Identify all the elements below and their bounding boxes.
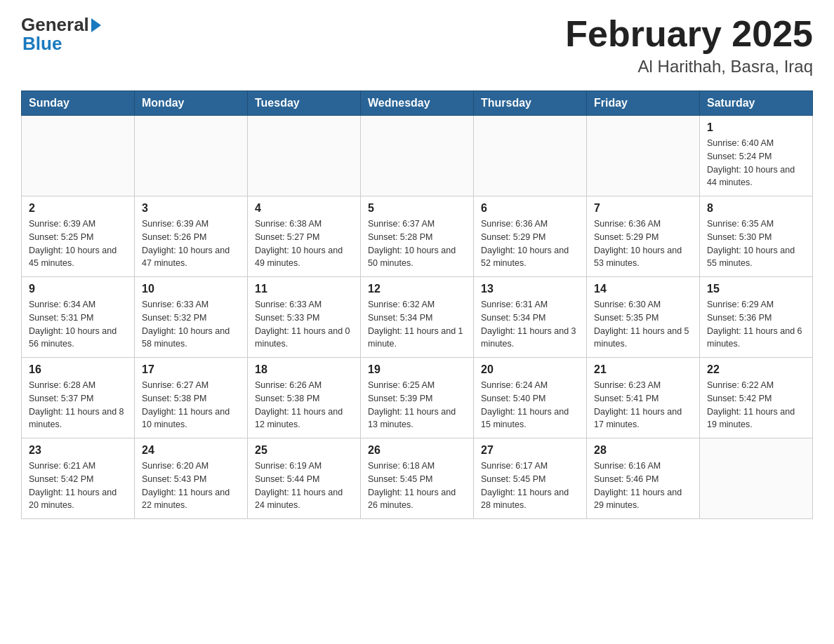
calendar-day-cell: 28Sunrise: 6:16 AMSunset: 5:46 PMDayligh… (587, 438, 700, 519)
calendar-day-cell: 12Sunrise: 6:32 AMSunset: 5:34 PMDayligh… (361, 277, 474, 358)
day-number: 10 (142, 283, 240, 295)
day-number: 7 (594, 202, 692, 215)
title-section: February 2025 Al Harithah, Basra, Iraq (565, 14, 813, 76)
day-number: 14 (594, 283, 692, 295)
month-title: February 2025 (565, 14, 813, 54)
day-info: Sunrise: 6:27 AMSunset: 5:38 PMDaylight:… (142, 379, 240, 431)
calendar-day-cell: 25Sunrise: 6:19 AMSunset: 5:44 PMDayligh… (248, 438, 361, 519)
calendar-day-cell (700, 438, 813, 519)
day-number: 27 (481, 444, 579, 457)
day-number: 17 (142, 363, 240, 376)
calendar-day-cell: 18Sunrise: 6:26 AMSunset: 5:38 PMDayligh… (248, 358, 361, 438)
calendar-day-header: Thursday (474, 91, 587, 116)
calendar-week-row: 23Sunrise: 6:21 AMSunset: 5:42 PMDayligh… (22, 438, 813, 519)
day-number: 23 (29, 444, 127, 457)
calendar-day-cell (474, 116, 587, 196)
calendar-day-cell: 11Sunrise: 6:33 AMSunset: 5:33 PMDayligh… (248, 277, 361, 358)
day-info: Sunrise: 6:29 AMSunset: 5:36 PMDaylight:… (707, 298, 805, 351)
logo-arrow-icon (91, 18, 101, 32)
calendar-day-cell: 19Sunrise: 6:25 AMSunset: 5:39 PMDayligh… (361, 358, 474, 438)
day-number: 26 (368, 444, 466, 457)
calendar-day-cell: 6Sunrise: 6:36 AMSunset: 5:29 PMDaylight… (474, 196, 587, 277)
day-number: 9 (29, 283, 127, 295)
day-number: 22 (707, 363, 805, 376)
day-info: Sunrise: 6:39 AMSunset: 5:25 PMDaylight:… (29, 217, 127, 270)
calendar-day-cell (248, 116, 361, 196)
day-info: Sunrise: 6:30 AMSunset: 5:35 PMDaylight:… (594, 298, 692, 351)
calendar-day-cell: 10Sunrise: 6:33 AMSunset: 5:32 PMDayligh… (135, 277, 248, 358)
day-info: Sunrise: 6:34 AMSunset: 5:31 PMDaylight:… (29, 298, 127, 351)
day-info: Sunrise: 6:38 AMSunset: 5:27 PMDaylight:… (255, 217, 353, 270)
day-info: Sunrise: 6:31 AMSunset: 5:34 PMDaylight:… (481, 298, 579, 351)
day-number: 13 (481, 283, 579, 295)
day-number: 5 (368, 202, 466, 215)
day-number: 25 (255, 444, 353, 457)
day-info: Sunrise: 6:36 AMSunset: 5:29 PMDaylight:… (481, 217, 579, 270)
calendar-day-cell: 15Sunrise: 6:29 AMSunset: 5:36 PMDayligh… (700, 277, 813, 358)
calendar-day-cell: 9Sunrise: 6:34 AMSunset: 5:31 PMDaylight… (22, 277, 135, 358)
day-info: Sunrise: 6:33 AMSunset: 5:32 PMDaylight:… (142, 298, 240, 351)
calendar-day-cell (22, 116, 135, 196)
calendar-day-cell: 16Sunrise: 6:28 AMSunset: 5:37 PMDayligh… (22, 358, 135, 438)
calendar-week-row: 1Sunrise: 6:40 AMSunset: 5:24 PMDaylight… (22, 116, 813, 196)
page-header: General Blue February 2025 Al Harithah, … (21, 14, 813, 76)
day-number: 15 (707, 283, 805, 295)
calendar-day-cell: 24Sunrise: 6:20 AMSunset: 5:43 PMDayligh… (135, 438, 248, 519)
calendar-day-cell: 13Sunrise: 6:31 AMSunset: 5:34 PMDayligh… (474, 277, 587, 358)
calendar-day-cell (361, 116, 474, 196)
calendar-header-row: SundayMondayTuesdayWednesdayThursdayFrid… (22, 91, 813, 116)
calendar-day-cell (587, 116, 700, 196)
day-number: 16 (29, 363, 127, 376)
day-info: Sunrise: 6:33 AMSunset: 5:33 PMDaylight:… (255, 298, 353, 351)
calendar-day-cell: 21Sunrise: 6:23 AMSunset: 5:41 PMDayligh… (587, 358, 700, 438)
day-info: Sunrise: 6:17 AMSunset: 5:45 PMDaylight:… (481, 459, 579, 512)
day-info: Sunrise: 6:19 AMSunset: 5:44 PMDaylight:… (255, 459, 353, 512)
calendar-day-cell: 22Sunrise: 6:22 AMSunset: 5:42 PMDayligh… (700, 358, 813, 438)
day-number: 24 (142, 444, 240, 457)
day-info: Sunrise: 6:35 AMSunset: 5:30 PMDaylight:… (707, 217, 805, 270)
day-info: Sunrise: 6:37 AMSunset: 5:28 PMDaylight:… (368, 217, 466, 270)
logo: General Blue (21, 14, 103, 55)
calendar-day-header: Wednesday (361, 91, 474, 116)
calendar-week-row: 9Sunrise: 6:34 AMSunset: 5:31 PMDaylight… (22, 277, 813, 358)
day-info: Sunrise: 6:16 AMSunset: 5:46 PMDaylight:… (594, 459, 692, 512)
day-number: 12 (368, 283, 466, 295)
logo-blue-text: Blue (22, 33, 62, 54)
calendar-day-header: Sunday (22, 91, 135, 116)
calendar-day-cell: 8Sunrise: 6:35 AMSunset: 5:30 PMDaylight… (700, 196, 813, 277)
day-number: 8 (707, 202, 805, 215)
day-number: 1 (707, 121, 805, 134)
calendar-day-cell: 7Sunrise: 6:36 AMSunset: 5:29 PMDaylight… (587, 196, 700, 277)
day-info: Sunrise: 6:36 AMSunset: 5:29 PMDaylight:… (594, 217, 692, 270)
day-info: Sunrise: 6:18 AMSunset: 5:45 PMDaylight:… (368, 459, 466, 512)
calendar-day-cell: 17Sunrise: 6:27 AMSunset: 5:38 PMDayligh… (135, 358, 248, 438)
day-info: Sunrise: 6:20 AMSunset: 5:43 PMDaylight:… (142, 459, 240, 512)
day-info: Sunrise: 6:21 AMSunset: 5:42 PMDaylight:… (29, 459, 127, 512)
day-number: 2 (29, 202, 127, 215)
calendar-week-row: 16Sunrise: 6:28 AMSunset: 5:37 PMDayligh… (22, 358, 813, 438)
calendar-day-cell: 2Sunrise: 6:39 AMSunset: 5:25 PMDaylight… (22, 196, 135, 277)
day-number: 11 (255, 283, 353, 295)
calendar-day-header: Friday (587, 91, 700, 116)
calendar-table: SundayMondayTuesdayWednesdayThursdayFrid… (21, 90, 813, 519)
day-number: 19 (368, 363, 466, 376)
calendar-day-cell: 14Sunrise: 6:30 AMSunset: 5:35 PMDayligh… (587, 277, 700, 358)
day-info: Sunrise: 6:28 AMSunset: 5:37 PMDaylight:… (29, 379, 127, 431)
calendar-day-cell: 23Sunrise: 6:21 AMSunset: 5:42 PMDayligh… (22, 438, 135, 519)
day-number: 6 (481, 202, 579, 215)
calendar-day-cell (135, 116, 248, 196)
calendar-day-cell: 1Sunrise: 6:40 AMSunset: 5:24 PMDaylight… (700, 116, 813, 196)
day-number: 21 (594, 363, 692, 376)
calendar-week-row: 2Sunrise: 6:39 AMSunset: 5:25 PMDaylight… (22, 196, 813, 277)
calendar-day-cell: 27Sunrise: 6:17 AMSunset: 5:45 PMDayligh… (474, 438, 587, 519)
calendar-day-cell: 20Sunrise: 6:24 AMSunset: 5:40 PMDayligh… (474, 358, 587, 438)
day-number: 18 (255, 363, 353, 376)
day-number: 3 (142, 202, 240, 215)
day-info: Sunrise: 6:26 AMSunset: 5:38 PMDaylight:… (255, 379, 353, 431)
calendar-day-cell: 5Sunrise: 6:37 AMSunset: 5:28 PMDaylight… (361, 196, 474, 277)
calendar-day-cell: 3Sunrise: 6:39 AMSunset: 5:26 PMDaylight… (135, 196, 248, 277)
calendar-day-cell: 4Sunrise: 6:38 AMSunset: 5:27 PMDaylight… (248, 196, 361, 277)
day-number: 28 (594, 444, 692, 457)
day-info: Sunrise: 6:24 AMSunset: 5:40 PMDaylight:… (481, 379, 579, 431)
location-title: Al Harithah, Basra, Iraq (565, 57, 813, 76)
